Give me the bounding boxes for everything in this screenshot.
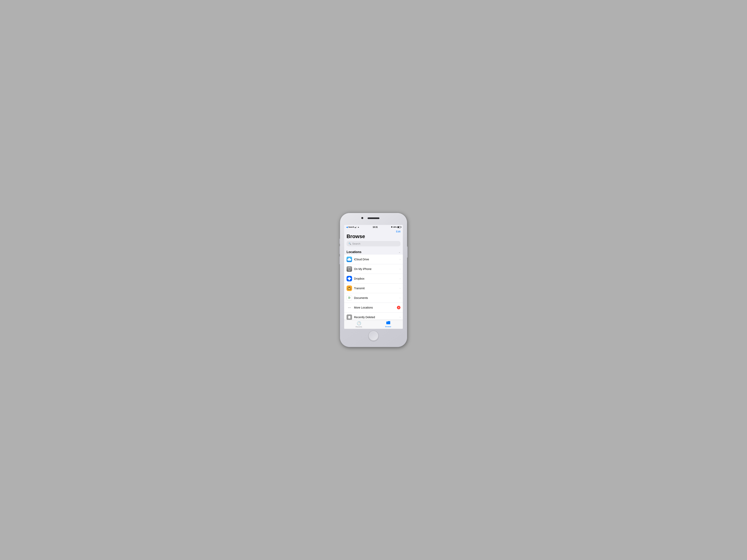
icloud-drive-label: iCloud Drive xyxy=(354,258,400,261)
signal-bar-4 xyxy=(357,226,357,228)
chevron-right-icon: › xyxy=(400,277,401,280)
browse-tab-label: Browse xyxy=(385,326,391,328)
tab-bar: 🕐 Recents Browse xyxy=(344,320,403,329)
recently-deleted-label: Recently Deleted xyxy=(354,315,400,319)
volume-down-button[interactable] xyxy=(339,256,340,264)
chevron-right-icon: › xyxy=(400,297,401,299)
icloud-drive-icon xyxy=(346,257,352,262)
on-my-iphone-icon xyxy=(346,266,352,272)
signal-bar-2 xyxy=(355,227,356,228)
recently-deleted-icon xyxy=(346,314,352,320)
wifi-icon: ▲ xyxy=(358,226,359,228)
dropbox-label: Dropbox xyxy=(354,277,400,280)
svg-rect-0 xyxy=(349,268,350,271)
sleep-button[interactable] xyxy=(407,247,408,258)
chevron-right-icon: › xyxy=(400,287,401,290)
search-placeholder: Search xyxy=(352,242,360,245)
dots-icon xyxy=(348,307,351,308)
more-locations-label: More Locations xyxy=(354,306,397,309)
list-item[interactable]: D Documents › xyxy=(344,293,403,303)
chevron-right-icon: › xyxy=(400,268,401,270)
speaker xyxy=(368,218,379,219)
phone-top xyxy=(340,213,407,225)
transmit-label: Transmit xyxy=(354,287,400,290)
list-item[interactable]: Transmit › xyxy=(344,283,403,293)
list-area: Locations ⌄ iCloud Drive xyxy=(344,249,403,320)
list-item[interactable]: On My iPhone › xyxy=(344,264,403,274)
signal-bar-3 xyxy=(356,227,356,228)
tab-browse[interactable]: Browse xyxy=(374,320,403,329)
home-button[interactable] xyxy=(368,331,379,341)
locations-chevron-icon[interactable]: ⌄ xyxy=(398,251,401,253)
svg-rect-4 xyxy=(349,287,350,288)
more-locations-badge: 4 xyxy=(397,306,401,309)
edit-button[interactable]: Edit xyxy=(346,230,401,233)
status-back-label: Search xyxy=(348,226,354,228)
status-time: 10:31 xyxy=(373,226,378,228)
chevron-right-icon: › xyxy=(400,316,401,319)
app-content: Edit Browse 🔍 Search Locations ⌄ xyxy=(344,229,403,329)
browse-tab-icon xyxy=(386,321,390,325)
battery-percent: 49% xyxy=(393,226,397,228)
more-locations-icon xyxy=(346,305,352,310)
signal-bars xyxy=(355,226,357,228)
list-item[interactable]: Dropbox › xyxy=(344,274,403,283)
on-my-iphone-label: On My iPhone xyxy=(354,268,400,271)
dropbox-icon xyxy=(346,276,352,281)
documents-icon: D xyxy=(346,295,352,301)
locations-list: iCloud Drive › On My iPhone xyxy=(344,255,403,320)
bluetooth-icon: ✱ xyxy=(391,226,393,228)
tab-recents[interactable]: 🕐 Recents xyxy=(344,320,374,329)
search-icon: 🔍 xyxy=(349,243,351,245)
chevron-right-icon: › xyxy=(400,258,401,261)
status-right: ✱ 49% xyxy=(391,226,401,228)
svg-rect-3 xyxy=(348,288,351,289)
battery-icon xyxy=(397,226,401,228)
volume-up-button[interactable] xyxy=(339,246,340,254)
list-item[interactable]: iCloud Drive › xyxy=(344,255,403,264)
list-item[interactable]: More Locations 4 xyxy=(344,303,403,312)
search-bar[interactable]: 🔍 Search xyxy=(346,241,401,246)
app-header: Edit Browse 🔍 Search xyxy=(344,229,403,249)
recents-tab-icon: 🕐 xyxy=(357,321,361,326)
signal-bar-1 xyxy=(355,227,355,228)
locations-section-header: Locations ⌄ xyxy=(344,249,403,255)
documents-label: Documents xyxy=(354,296,400,300)
mute-button[interactable] xyxy=(339,239,340,244)
status-left: ◀ Search ▲ xyxy=(346,226,359,228)
locations-title: Locations xyxy=(346,250,361,254)
camera xyxy=(361,217,363,219)
status-bar: ◀ Search ▲ 10:31 ✱ 49% xyxy=(344,225,403,229)
phone-shell: ◀ Search ▲ 10:31 ✱ 49% xyxy=(340,213,407,347)
recents-tab-label: Recents xyxy=(356,326,362,328)
transmit-icon xyxy=(346,285,352,291)
page-title: Browse xyxy=(346,233,401,239)
scene: ◀ Search ▲ 10:31 ✱ 49% xyxy=(336,203,411,357)
back-arrow-icon: ◀ xyxy=(346,226,348,228)
list-item[interactable]: Recently Deleted › xyxy=(344,312,403,320)
phone-screen: ◀ Search ▲ 10:31 ✱ 49% xyxy=(344,225,403,329)
